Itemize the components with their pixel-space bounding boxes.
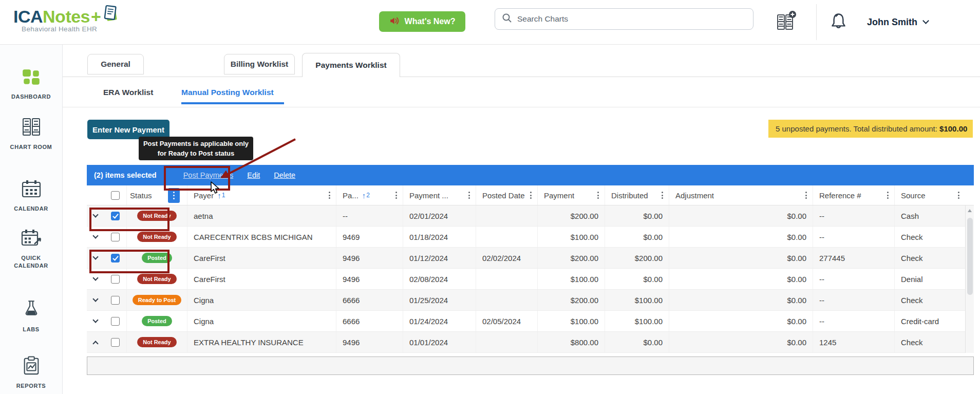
scrollbar-up-arrow-icon[interactable] bbox=[968, 209, 972, 212]
row-checkbox[interactable] bbox=[111, 275, 120, 284]
sidebar-item-quick-calendar[interactable]: QUICK CALENDAR bbox=[0, 229, 62, 270]
column-header-payer[interactable]: Payer↑1 bbox=[187, 185, 336, 205]
cell-expand bbox=[87, 290, 104, 310]
table-row[interactable]: Not ReadyCareFirst949602/08/2024$100.00$… bbox=[87, 269, 965, 290]
column-menu-icon[interactable] bbox=[802, 189, 810, 201]
column-menu-icon[interactable] bbox=[527, 189, 535, 201]
cell-posted-date bbox=[476, 290, 538, 310]
column-menu-icon[interactable] bbox=[326, 189, 333, 201]
column-menu-icon[interactable] bbox=[465, 189, 473, 201]
notifications-bell-icon[interactable] bbox=[830, 12, 847, 33]
sidebar-item-chart-room[interactable]: CHART ROOM bbox=[0, 117, 62, 151]
expand-chevron-icon[interactable] bbox=[92, 296, 98, 302]
whats-new-button[interactable]: What's New? bbox=[379, 11, 465, 32]
selected-count-label: (2) items selected bbox=[94, 171, 157, 179]
status-badge: Not Ready bbox=[137, 337, 176, 347]
cell-payer: aetna bbox=[187, 205, 336, 226]
scrollbar-thumb[interactable] bbox=[967, 218, 973, 295]
sidebar-item-label: DASHBOARD bbox=[11, 93, 51, 101]
cell-payment-date: 01/01/2024 bbox=[403, 332, 476, 352]
cell-status: Not Ready bbox=[127, 227, 187, 247]
cell-payment-date: 01/18/2024 bbox=[403, 227, 476, 247]
select-all-checkbox[interactable] bbox=[111, 191, 120, 200]
column-header-adjustment[interactable]: Adjustment bbox=[669, 185, 813, 205]
cell-distributed: $100.00 bbox=[605, 290, 669, 310]
row-checkbox[interactable] bbox=[111, 233, 120, 241]
sidebar-item-calendar[interactable]: CALENDAR bbox=[0, 179, 62, 213]
subtab-label: ERA Worklist bbox=[103, 88, 153, 97]
cell-expand bbox=[87, 311, 104, 331]
table-row[interactable]: Not ReadyCARECENTRIX BCBS MICHIGAN946901… bbox=[87, 227, 965, 248]
expand-chevron-icon[interactable] bbox=[92, 254, 98, 259]
expand-chevron-icon[interactable] bbox=[92, 212, 98, 217]
cell-distributed: $200.00 bbox=[605, 248, 669, 268]
table-row[interactable]: PostedCareFirst949601/12/202402/02/2024$… bbox=[87, 248, 965, 269]
add-chart-icon[interactable] bbox=[776, 10, 797, 34]
row-checkbox[interactable] bbox=[111, 212, 120, 220]
row-checkbox[interactable] bbox=[111, 296, 120, 305]
cell-pa: 6666 bbox=[336, 290, 403, 310]
subtab-era-worklist[interactable]: ERA Worklist bbox=[103, 86, 153, 99]
column-header-distributed[interactable]: Distributed bbox=[605, 185, 669, 205]
column-menu-icon[interactable] bbox=[658, 189, 666, 201]
cell-source: Check bbox=[895, 248, 965, 268]
row-checkbox[interactable] bbox=[111, 317, 120, 326]
megaphone-icon bbox=[389, 16, 400, 28]
tooltip-line-1: Post Payments is applicable only bbox=[139, 139, 253, 148]
column-header-payment[interactable]: Payment bbox=[538, 185, 605, 205]
expand-chevron-icon[interactable] bbox=[92, 341, 98, 346]
quick-calendar-icon bbox=[20, 229, 43, 250]
sidebar-item-reports[interactable]: REPORTS bbox=[0, 355, 62, 390]
cell-status: Not Ready bbox=[127, 205, 187, 226]
tab-payments-worklist[interactable]: Payments Worklist bbox=[302, 53, 400, 77]
cell-adjustment: $0.00 bbox=[669, 248, 813, 268]
user-name: John Smith bbox=[867, 17, 917, 28]
cell-status: Posted bbox=[127, 248, 187, 268]
expand-chevron-icon[interactable] bbox=[92, 275, 98, 280]
cell-payment-date: 02/08/2024 bbox=[403, 269, 476, 289]
column-menu-icon[interactable] bbox=[955, 189, 963, 201]
edit-link[interactable]: Edit bbox=[247, 171, 260, 179]
column-menu-icon[interactable] bbox=[884, 189, 892, 201]
cell-posted-date bbox=[476, 205, 538, 226]
column-header-payment[interactable]: Payment ... bbox=[403, 185, 476, 205]
row-checkbox[interactable] bbox=[111, 254, 120, 262]
user-menu[interactable]: John Smith bbox=[867, 0, 928, 44]
column-header-source[interactable]: Source bbox=[895, 185, 965, 205]
cell-payer: CARECENTRIX BCBS MICHIGAN bbox=[187, 227, 336, 247]
table-row[interactable]: PostedCigna666601/24/202402/05/2024$100.… bbox=[87, 311, 965, 332]
tab-general[interactable]: General bbox=[87, 54, 144, 74]
column-header-posted-date[interactable]: Posted Date bbox=[476, 185, 538, 205]
column-label: Payment ... bbox=[409, 191, 448, 200]
table-row[interactable]: Ready to PostCigna666601/25/2024$200.00$… bbox=[87, 290, 965, 311]
column-menu-icon[interactable] bbox=[594, 189, 602, 201]
cell-expand bbox=[87, 227, 104, 247]
calendar-icon bbox=[21, 179, 42, 201]
column-header-reference[interactable]: Reference # bbox=[813, 185, 895, 205]
sidebar-item-label: CALENDAR bbox=[14, 205, 48, 213]
column-header-status[interactable]: Status bbox=[127, 185, 187, 205]
sidebar-item-dashboard[interactable]: DASHBOARD bbox=[0, 68, 62, 101]
search-charts-box[interactable] bbox=[495, 8, 753, 30]
column-header-pa[interactable]: Pa...↑2 bbox=[336, 185, 403, 205]
cell-expand bbox=[87, 248, 104, 268]
cell-expand bbox=[87, 269, 104, 289]
sidebar-item-labs[interactable]: LABS bbox=[0, 299, 62, 333]
table-row[interactable]: Not ReadyEXTRA HEALTHY INSURANCE949601/0… bbox=[87, 332, 965, 353]
post-payments-link[interactable]: Post Payments bbox=[183, 171, 234, 179]
subtab-label: Manual Posting Worklist bbox=[181, 88, 274, 97]
unposted-payments-banner: 5 unposted payments. Total distributed a… bbox=[768, 120, 973, 138]
column-menu-icon[interactable] bbox=[168, 188, 180, 203]
tab-billing-worklist[interactable]: Billing Worklist bbox=[224, 54, 295, 74]
brand-plus: + bbox=[91, 7, 101, 27]
column-menu-icon[interactable] bbox=[392, 189, 400, 201]
subtab-manual-posting-worklist[interactable]: Manual Posting Worklist bbox=[181, 86, 274, 99]
delete-link[interactable]: Delete bbox=[274, 171, 295, 179]
app-logo[interactable]: ICANotes+ Behavioral Health EHR bbox=[13, 6, 119, 33]
table-row[interactable]: Not Readyaetna--02/01/2024$200.00$0.00$0… bbox=[87, 205, 965, 227]
expand-chevron-icon[interactable] bbox=[92, 233, 98, 238]
vertical-scrollbar[interactable] bbox=[965, 205, 974, 353]
row-checkbox[interactable] bbox=[111, 338, 120, 347]
search-input[interactable] bbox=[517, 14, 746, 24]
expand-chevron-icon[interactable] bbox=[92, 317, 98, 323]
